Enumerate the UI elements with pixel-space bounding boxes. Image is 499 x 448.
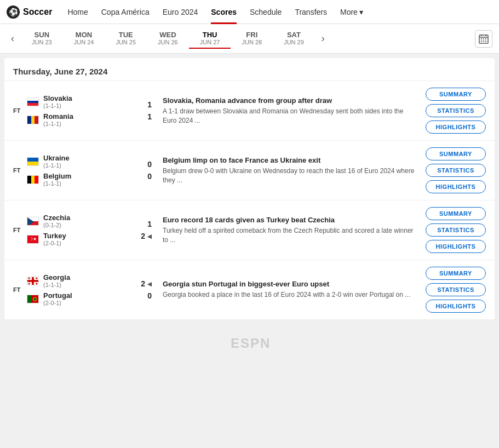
team2-record: (1-1-1) [43, 120, 73, 127]
summary-button[interactable]: SUMMARY [426, 88, 486, 101]
score-team1: 1 [130, 220, 152, 228]
team-row-2: ☽★ Turkey (2-0-1) [27, 232, 125, 246]
svg-rect-5 [483, 38, 484, 39]
team2-record: (1-1-1) [43, 180, 71, 187]
statistics-button[interactable]: STATISTICS [426, 104, 486, 117]
flag-georgia [27, 277, 39, 285]
teams-section: Slovakia (1-1-1) Romania (1-1-1) [27, 94, 125, 127]
site-logo-text: Soccer [23, 7, 52, 17]
highlights-button[interactable]: HIGHLIGHTS [426, 120, 486, 134]
main-content: Thursday, June 27, 2024 FT Slovakia (1-1… [4, 58, 495, 319]
team2-record: (2-0-1) [43, 240, 66, 246]
soccer-ball-icon: ⚽ [7, 5, 20, 19]
date-item-mon[interactable]: MON JUN 24 [63, 28, 105, 49]
score-team2: 0 [130, 291, 152, 300]
match-title: Slovakia, Romania advance from group aft… [163, 96, 415, 105]
team2-name: Turkey [43, 232, 66, 240]
team-row-2: Romania (1-1-1) [27, 112, 125, 127]
date-item-wed[interactable]: WED JUN 26 [147, 28, 189, 49]
match-row: FT Georgia (1-1-1) [4, 260, 495, 319]
prev-date-button[interactable]: ‹ [7, 31, 19, 47]
score-team2: 0 [130, 172, 152, 181]
statistics-button[interactable]: STATISTICS [426, 283, 486, 296]
svg-rect-9 [485, 41, 486, 42]
match-status: FT [13, 167, 27, 174]
nav-items: Home Copa América Euro 2024 Scores Sched… [61, 0, 370, 24]
date-item-thu[interactable]: THU JUN 27 [189, 28, 231, 49]
match-desc: Belgium drew 0-0 with Ukraine on Wednesd… [163, 166, 415, 185]
match-actions: SUMMARY STATISTICS HIGHLIGHTS [426, 147, 486, 193]
score-team2: 2 ◀ [130, 232, 152, 240]
match-actions: SUMMARY STATISTICS HIGHLIGHTS [426, 267, 486, 313]
match-desc: A 1-1 draw between Slovakia and Romania … [163, 107, 415, 125]
main-nav: ⚽ Soccer Home Copa América Euro 2024 Sco… [0, 0, 499, 24]
svg-rect-16 [36, 283, 37, 284]
svg-rect-6 [485, 38, 486, 39]
team1-name: Ukraine [43, 154, 70, 162]
flag-portugal [27, 295, 39, 303]
flag-romania [27, 116, 39, 124]
nav-item-transfers[interactable]: Transfers [288, 0, 334, 24]
match-summary: Euro record 18 cards given as Turkey bea… [152, 216, 426, 245]
match-summary: Belgium limp on to face France as Ukrain… [152, 156, 426, 185]
footer: ESPN [0, 324, 499, 365]
highlights-button[interactable]: HIGHLIGHTS [426, 300, 486, 313]
match-status: FT [13, 107, 27, 114]
date-item-fri[interactable]: FRI JUN 28 [231, 28, 273, 49]
summary-button[interactable]: SUMMARY [426, 267, 486, 280]
svg-rect-14 [36, 277, 37, 279]
next-date-button[interactable]: › [317, 31, 329, 47]
match-actions: SUMMARY STATISTICS HIGHLIGHTS [426, 207, 486, 253]
svg-rect-12 [27, 280, 38, 282]
date-item-tue[interactable]: TUE JUN 25 [105, 28, 147, 49]
match-summary: Georgia stun Portugal in biggest-ever Eu… [152, 280, 426, 300]
statistics-button[interactable]: STATISTICS [426, 164, 486, 177]
score-team2: 1 [130, 112, 152, 121]
statistics-button[interactable]: STATISTICS [426, 223, 486, 237]
date-heading: Thursday, June 27, 2024 [4, 58, 495, 81]
chevron-down-icon: ▾ [359, 8, 363, 16]
nav-item-copa[interactable]: Copa América [95, 0, 156, 24]
team-row-1: Georgia (1-1-1) [27, 273, 125, 288]
date-item-sat[interactable]: SAT JUN 29 [273, 28, 315, 49]
flag-slovakia [27, 97, 39, 106]
match-title: Georgia stun Portugal in biggest-ever Eu… [163, 280, 415, 288]
nav-item-more[interactable]: More ▾ [334, 0, 370, 24]
highlights-button[interactable]: HIGHLIGHTS [426, 240, 486, 253]
match-title: Belgium limp on to face France as Ukrain… [163, 156, 415, 164]
team-row-2: Belgium (1-1-1) [27, 172, 125, 187]
match-desc: Georgia booked a place in the last 16 of… [163, 290, 415, 300]
team2-name: Belgium [43, 172, 71, 180]
match-row: FT Slovakia (1-1-1) Romania (1-1-1) 1 1 [4, 81, 495, 141]
nav-item-schedule[interactable]: Schedule [243, 0, 288, 24]
svg-text:ESPN: ESPN [231, 336, 271, 351]
team1-record: (1-1-1) [43, 102, 72, 109]
score-team1: 0 [130, 160, 152, 169]
calendar-icon[interactable] [475, 30, 492, 48]
site-logo[interactable]: ⚽ Soccer [7, 5, 52, 19]
date-item-sun[interactable]: SUN JUN 23 [21, 28, 63, 49]
match-title: Euro record 18 cards given as Turkey bea… [163, 216, 415, 224]
score-team1: 2 ◀ [130, 279, 152, 288]
date-items: SUN JUN 23 MON JUN 24 TUE JUN 25 WED JUN… [21, 28, 315, 49]
team-row-1: Czechia (0-1-2) [27, 214, 125, 228]
nav-item-euro[interactable]: Euro 2024 [156, 0, 205, 24]
scores-section: 1 1 [130, 100, 152, 121]
team2-record: (2-0-1) [43, 300, 72, 306]
team1-record: (1-1-1) [43, 162, 70, 169]
match-desc: Turkey held off a spirited comeback from… [163, 226, 415, 245]
nav-item-home[interactable]: Home [61, 0, 94, 24]
team1-record: (0-1-2) [43, 222, 70, 228]
teams-section: Czechia (0-1-2) ☽★ Turkey (2-0-1) [27, 214, 125, 246]
match-summary: Slovakia, Romania advance from group aft… [152, 96, 426, 125]
team2-name: Romania [43, 112, 73, 120]
teams-section: Georgia (1-1-1) Portugal (2-0-1) [27, 273, 125, 306]
summary-button[interactable]: SUMMARY [426, 147, 486, 160]
highlights-button[interactable]: HIGHLIGHTS [426, 180, 486, 193]
match-row: FT Czechia (0-1-2) ☽★ Turkey (2-0-1) 1 2… [4, 200, 495, 260]
svg-rect-7 [481, 41, 482, 42]
summary-button[interactable]: SUMMARY [426, 207, 486, 220]
match-row: FT Ukraine (1-1-1) Belgium (1-1-1) 0 0 [4, 141, 495, 200]
scores-section: 1 2 ◀ [130, 220, 152, 240]
nav-item-scores[interactable]: Scores [204, 0, 243, 24]
